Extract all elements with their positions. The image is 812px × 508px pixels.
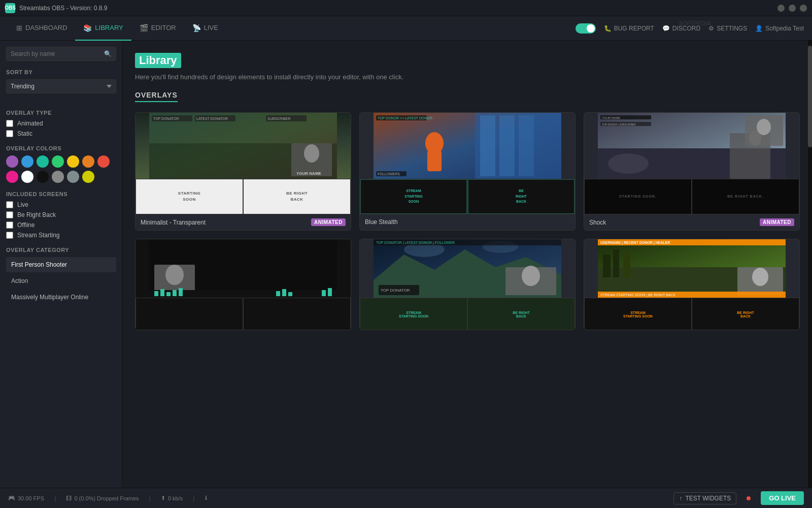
overlay-card-5[interactable]: TOP DONATOR | LATEST DONOR | FOLLOWER TO… [359,239,576,330]
filter-offline[interactable]: Offline [6,221,116,229]
theme-toggle[interactable] [576,23,596,34]
bug-icon: 🐛 [604,25,612,32]
color-gray-mid[interactable] [52,171,64,183]
dropped-frames: 🎞 0 (0.0%) Dropped Frames [66,495,139,501]
overlay-category-section: OVERLAY CATEGORY First Person Shooter Ac… [6,247,116,305]
offline-checkbox[interactable] [6,221,13,229]
stream-starting-label: Stream Starting [17,232,59,239]
scrollbar-thumb[interactable] [808,46,812,147]
color-purple[interactable] [6,155,18,168]
svg-point-9 [304,144,319,163]
overlay-card-blue-stealth[interactable]: TOP DONOR << LATEST DONOR FOLLOWERS STRE… [359,112,576,231]
overlay-grid-row2: TOP DONATOR | LATEST DONOR | FOLLOWER TO… [135,239,800,330]
color-pink[interactable] [6,171,18,183]
filter-stream-starting[interactable]: Stream Starting [6,232,116,239]
search-icon[interactable]: 🔍 [104,50,112,57]
color-gray-dark[interactable] [67,171,79,183]
sort-select[interactable]: Trending Newest Popular [6,79,116,93]
user-profile-button[interactable]: 👤 Softpedia Test [755,25,804,32]
animated-checkbox[interactable] [6,120,13,127]
test-widgets-button[interactable]: ↑ TEST WIDGETS [673,492,736,504]
overlay-footer-blue-stealth: Blue Stealth [360,214,575,230]
page-description: Here you'll find hundreds of design elem… [135,73,800,81]
watermark: SOFTPEDIA [679,20,710,26]
nav-item-library[interactable]: 📚 LIBRARY [75,16,131,41]
nav-item-live[interactable]: 📡 LIVE [184,16,226,41]
bug-report-button[interactable]: 🐛 BUG REPORT [604,25,654,32]
search-box[interactable]: 🔍 [6,47,116,61]
nav-item-editor[interactable]: 🎬 EDITOR [131,16,184,41]
svg-text:USERNAME | RECENT DONOR | HEAL: USERNAME | RECENT DONOR | HEALER [600,241,670,245]
overlays-section-title: OVERLAYS [135,91,178,102]
overlay-footer-shock: Shock ANIMATED [584,214,799,230]
color-black[interactable] [37,171,49,183]
svg-rect-45 [288,292,292,296]
thumb-starting-soon-shock: STARTING SOON. [584,179,692,214]
color-blue[interactable] [21,155,33,168]
settings-button[interactable]: ⚙ SETTINGS [708,25,747,32]
scrollbar-track[interactable] [808,41,812,488]
filter-live[interactable]: Live [6,201,116,208]
color-teal[interactable] [37,155,49,168]
close-button[interactable]: × [800,5,807,12]
go-live-button[interactable]: GO LIVE [761,491,804,505]
svg-text:TOP DONOR << LATEST DONOR: TOP DONOR << LATEST DONOR [378,116,432,120]
svg-rect-37 [149,290,337,298]
overlay-card-6[interactable]: USERNAME | RECENT DONOR | HEALER STREAM … [584,239,800,330]
dropped-icon: 🎞 [66,495,72,501]
overlay-card-minimalist[interactable]: TOP DONATOR LATEST DONATOR SUBSCRIBER YO… [135,112,351,231]
statusbar: 🎮 30.00 FPS | 🎞 0 (0.0%) Dropped Frames … [0,488,812,508]
color-olive[interactable] [82,171,94,183]
user-icon: 👤 [755,25,763,32]
svg-text:TOP DONATOR: TOP DONATOR [381,288,410,293]
minimize-button[interactable]: — [777,5,785,12]
svg-rect-17 [427,151,442,171]
color-green[interactable] [52,155,64,168]
filter-be-right-back[interactable]: Be Right Back [6,211,116,218]
color-white[interactable] [21,171,33,183]
svg-rect-61 [613,249,619,277]
color-yellow[interactable] [67,155,79,168]
brb-label: Be Right Back [17,211,56,218]
category-fps[interactable]: First Person Shooter [6,257,116,272]
search-input[interactable] [11,50,104,57]
stream-starting-checkbox[interactable] [6,232,13,239]
nav-item-dashboard[interactable]: ⊞ DASHBOARD [8,16,75,41]
live-checkbox[interactable] [6,201,13,208]
nav-items: ⊞ DASHBOARD 📚 LIBRARY 🎬 EDITOR 📡 LIVE [8,16,576,41]
svg-text:SUBSCRIBER: SUBSCRIBER [267,117,291,120]
filter-animated[interactable]: Animated [6,120,116,127]
filter-static[interactable]: Static [6,130,116,137]
static-checkbox[interactable] [6,130,13,137]
svg-text:TOP DONATOR | LATEST DONOR | F: TOP DONATOR | LATEST DONOR | FOLLOWER [376,241,455,245]
svg-point-53 [522,266,540,286]
thumb-5a: STREAMSTARTING SOON [360,298,467,330]
category-mmo[interactable]: Massively Multiplayer Online [6,290,116,305]
maximize-button[interactable]: □ [789,5,796,12]
color-red[interactable] [97,155,110,168]
info-item[interactable]: ℹ [205,495,207,501]
brb-checkbox[interactable] [6,211,13,218]
svg-rect-46 [322,290,326,296]
overlay-tag-minimalist: ANIMATED [311,218,346,226]
svg-rect-41 [173,290,177,296]
bandwidth-icon: ⬆ [161,495,165,501]
overlay-category-label: OVERLAY CATEGORY [6,247,116,253]
category-action[interactable]: Action [6,273,116,289]
thumb-starting-soon-min: STARTINGSOON [136,179,243,214]
animated-label: Animated [17,120,43,127]
svg-text:STREAM STARTING SOON | BE RIGH: STREAM STARTING SOON | BE RIGHT BACK [600,293,675,297]
overlay-card-shock[interactable]: YOUR NAME TOP DONOR | SUBSCRIBER STARTIN… [584,112,800,231]
color-grid [6,155,116,183]
overlay-thumbnails-shock: STARTING SOON. BE RIGHT BACK. [584,179,799,214]
overlay-card-4[interactable] [135,239,351,330]
overlay-footer-minimalist: Minimalist - Transparent ANIMATED [136,214,351,230]
thumb-5b: BE RIGHTBACK [467,298,575,330]
color-orange[interactable] [82,155,94,168]
overlay-type-label: OVERLAY TYPE [6,110,116,116]
svg-text:LATEST DONATOR: LATEST DONATOR [196,117,228,120]
overlay-colors-label: OVERLAY COLORS [6,145,116,151]
info-icon[interactable]: ℹ [205,495,207,501]
library-icon: 📚 [83,24,92,32]
svg-point-36 [165,265,184,285]
